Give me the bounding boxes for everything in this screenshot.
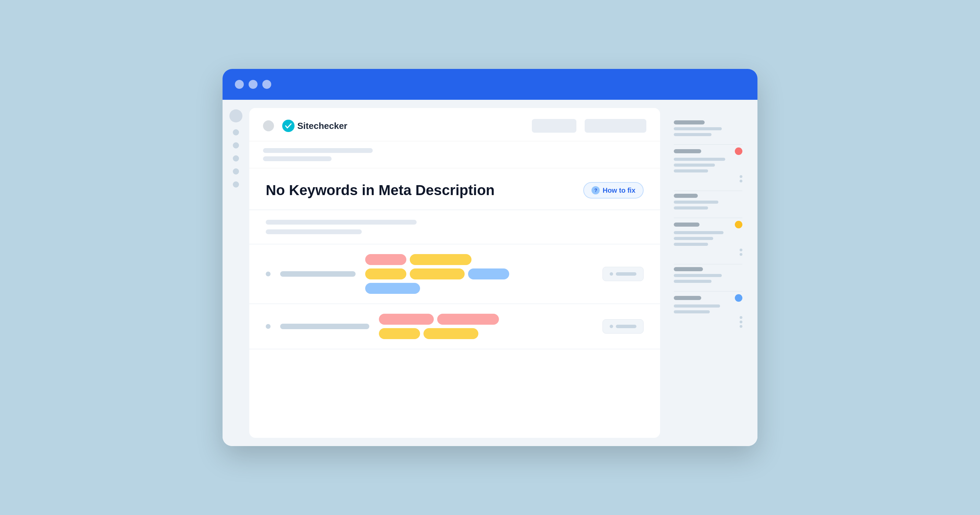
right-badge-red — [735, 148, 742, 155]
right-section-1 — [674, 118, 742, 139]
row-indicator-1 — [266, 272, 270, 277]
svg-point-0 — [282, 120, 294, 132]
right-line-3a — [674, 200, 718, 203]
toolbar-line-1 — [263, 148, 373, 153]
right-line-1b — [674, 133, 711, 136]
tag-orange-1 — [410, 254, 471, 265]
browser-titlebar — [223, 69, 757, 100]
tag-pink-3 — [437, 314, 499, 325]
content-panel: Sitechecker No Keywords in Meta Descript… — [249, 108, 660, 438]
action-dot-2 — [610, 325, 613, 328]
sidebar-item-5[interactable] — [233, 181, 239, 188]
sidebar — [223, 100, 249, 446]
right-panel — [667, 108, 749, 438]
right-title-4 — [674, 223, 700, 227]
right-line-1a — [674, 127, 722, 130]
right-badge-blue — [735, 294, 742, 302]
right-line-4a — [674, 231, 724, 234]
tag-pink-2 — [379, 314, 434, 325]
row-tags-1 — [365, 254, 593, 294]
desc-line-1 — [266, 220, 417, 224]
how-to-fix-text: How to fix — [603, 186, 635, 194]
right-section-2 — [674, 145, 742, 185]
right-line-6b — [674, 310, 710, 313]
right-title-1 — [674, 120, 705, 124]
issue-title: No Keywords in Meta Description — [266, 182, 575, 199]
tag-orange-2 — [365, 269, 406, 280]
row-url-2 — [280, 324, 369, 329]
right-dot-6b — [740, 321, 742, 323]
tag-blue-1 — [468, 269, 509, 280]
sidebar-avatar — [229, 110, 242, 122]
sidebar-item-3[interactable] — [233, 155, 239, 162]
action-dot-1 — [610, 272, 613, 276]
right-line-4c — [674, 243, 708, 246]
tag-blue-2 — [365, 283, 420, 294]
right-dot-2b — [740, 180, 742, 183]
sidebar-item-2[interactable] — [233, 142, 239, 148]
right-line-4b — [674, 237, 713, 240]
right-title-3 — [674, 194, 698, 198]
right-badge-orange — [735, 221, 742, 228]
row-action-1[interactable] — [603, 267, 644, 281]
row-indicator-2 — [266, 324, 270, 329]
how-to-fix-icon-text: ? — [594, 188, 597, 193]
how-to-fix-icon: ? — [592, 186, 600, 194]
header-button-1[interactable] — [532, 119, 576, 133]
right-section-4 — [674, 218, 742, 259]
right-line-6a — [674, 305, 720, 308]
right-section-6 — [674, 291, 742, 331]
description-area — [249, 210, 660, 245]
check-icon — [282, 120, 294, 132]
desc-line-2 — [266, 229, 362, 234]
right-title-6 — [674, 296, 701, 300]
content-body: No Keywords in Meta Description ? How to… — [249, 168, 660, 438]
browser-content: Sitechecker No Keywords in Meta Descript… — [223, 100, 757, 446]
right-section-5 — [674, 264, 742, 286]
tag-orange-3 — [410, 269, 465, 280]
right-dot-6a — [740, 316, 742, 319]
browser-window: Sitechecker No Keywords in Meta Descript… — [223, 69, 757, 446]
sidebar-item-4[interactable] — [233, 168, 239, 175]
table-row-2 — [249, 304, 660, 350]
tag-orange-4 — [379, 328, 420, 339]
table-row — [249, 245, 660, 304]
right-title-5 — [674, 267, 703, 271]
traffic-light-close[interactable] — [235, 80, 244, 89]
toolbar-line-2 — [263, 156, 332, 161]
right-line-2c — [674, 169, 708, 172]
right-dot-4a — [740, 249, 742, 251]
right-section-3 — [674, 191, 742, 212]
how-to-fix-button[interactable]: ? How to fix — [583, 182, 644, 199]
toolbar — [249, 141, 660, 168]
header-button-2[interactable] — [585, 119, 646, 133]
right-line-3b — [674, 207, 708, 210]
action-line-2 — [616, 325, 636, 328]
right-dot-4b — [740, 253, 742, 256]
right-title-2 — [674, 149, 701, 153]
tag-pink-1 — [365, 254, 406, 265]
issue-header: No Keywords in Meta Description ? How to… — [249, 168, 660, 210]
row-tags-2 — [379, 314, 593, 339]
main-area: Sitechecker No Keywords in Meta Descript… — [249, 100, 757, 446]
right-line-5a — [674, 274, 722, 277]
sidebar-item-1[interactable] — [233, 129, 239, 135]
logo-circle — [263, 120, 274, 131]
sitechecker-logo: Sitechecker — [282, 120, 347, 132]
content-header: Sitechecker — [249, 108, 660, 141]
traffic-light-maximize[interactable] — [262, 80, 271, 89]
right-line-2a — [674, 158, 725, 161]
row-action-2[interactable] — [603, 319, 644, 334]
row-url-1 — [280, 271, 356, 277]
right-line-2b — [674, 164, 715, 167]
traffic-light-minimize[interactable] — [248, 80, 258, 89]
right-dot-2a — [740, 175, 742, 178]
right-line-5b — [674, 280, 711, 283]
action-line-1 — [616, 272, 636, 276]
logo-text: Sitechecker — [297, 121, 347, 131]
tag-orange-5 — [423, 328, 478, 339]
right-dot-6c — [740, 325, 742, 328]
